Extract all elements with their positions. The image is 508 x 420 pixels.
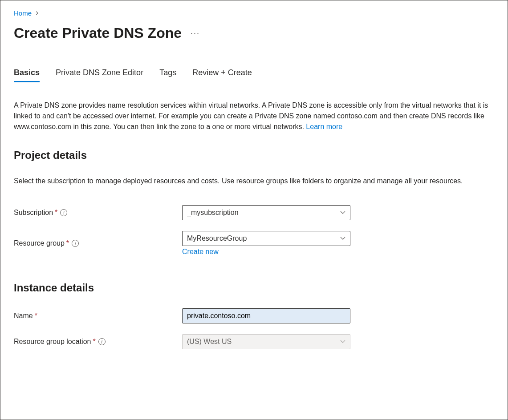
chevron-right-icon (35, 10, 39, 16)
tab-basics[interactable]: Basics (14, 68, 40, 82)
required-indicator: * (93, 338, 95, 346)
required-indicator: * (35, 312, 37, 320)
breadcrumb-home-link[interactable]: Home (14, 9, 32, 17)
resource-group-select[interactable]: MyResourceGroup (182, 231, 350, 246)
more-icon[interactable]: ··· (191, 28, 200, 38)
tab-bar: Basics Private DNS Zone Editor Tags Revi… (14, 68, 494, 82)
page-title: Create Private DNS Zone (14, 25, 182, 41)
project-details-description: Select the subscription to manage deploy… (14, 176, 492, 186)
resource-group-location-select: (US) West US (182, 334, 350, 349)
name-input[interactable] (182, 308, 350, 323)
resource-group-location-value: (US) West US (187, 338, 232, 346)
info-icon[interactable]: i (98, 338, 106, 345)
description-text: A Private DNS zone provides name resolut… (14, 101, 488, 130)
project-details-heading: Project details (14, 149, 494, 162)
subscription-value: _mysubscription (187, 209, 239, 217)
tab-private-dns-zone-editor[interactable]: Private DNS Zone Editor (56, 68, 143, 82)
tab-review-create[interactable]: Review + Create (192, 68, 252, 82)
required-indicator: * (55, 209, 57, 217)
chevron-down-icon (340, 210, 345, 216)
resource-group-label: Resource group (14, 239, 65, 247)
info-icon[interactable]: i (72, 240, 79, 247)
learn-more-link[interactable]: Learn more (306, 123, 342, 130)
page-description: A Private DNS zone provides name resolut… (14, 100, 492, 132)
instance-details-heading: Instance details (14, 282, 494, 294)
chevron-down-icon (340, 235, 345, 242)
subscription-label: Subscription (14, 209, 53, 217)
create-new-link[interactable]: Create new (182, 248, 219, 256)
resource-group-location-label: Resource group location (14, 338, 91, 346)
subscription-select[interactable]: _mysubscription (182, 205, 350, 220)
info-icon[interactable]: i (60, 209, 67, 216)
chevron-down-icon (340, 339, 345, 345)
tab-tags[interactable]: Tags (159, 68, 176, 82)
name-label: Name (14, 312, 33, 320)
breadcrumb: Home (14, 9, 494, 17)
resource-group-value: MyResourceGroup (187, 234, 247, 242)
required-indicator: * (66, 239, 69, 247)
